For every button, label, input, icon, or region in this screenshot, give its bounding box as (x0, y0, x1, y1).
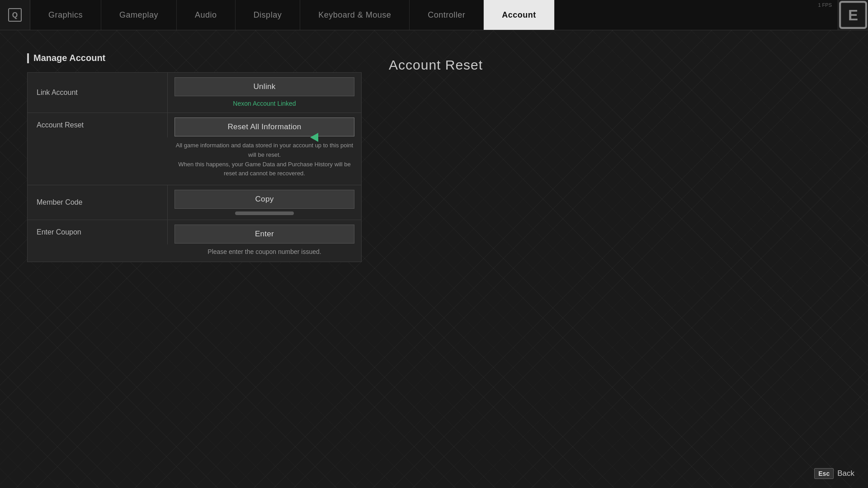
reset-warning-text: All game information and data stored in … (175, 139, 354, 180)
svg-text:E: E (848, 7, 858, 23)
enter-coupon-label: Enter Coupon (28, 220, 168, 244)
main-content: Manage Account Link Account Unlink Nexon… (0, 30, 868, 285)
fps-counter: 1 FPS (818, 2, 832, 8)
copy-button[interactable]: Copy (175, 190, 354, 209)
member-code-content: Copy (168, 185, 361, 220)
enter-coupon-content: Enter Please enter the coupon number iss… (168, 220, 361, 262)
tab-account[interactable]: Account (484, 0, 555, 30)
link-account-label: Link Account (28, 73, 168, 113)
tab-audio[interactable]: Audio (177, 0, 236, 30)
left-panel: Manage Account Link Account Unlink Nexon… (27, 53, 362, 262)
unlink-button[interactable]: Unlink (175, 77, 354, 96)
back-label: Back (837, 469, 854, 478)
enter-coupon-button[interactable]: Enter (175, 225, 354, 244)
nav-bar: Q Graphics Gameplay Audio Display Keyboa… (0, 0, 868, 30)
esc-key-badge: Esc (814, 468, 834, 479)
member-code-bar (235, 211, 294, 215)
tab-gameplay[interactable]: Gameplay (101, 0, 177, 30)
coupon-info-text: Please enter the coupon number issued. (175, 246, 354, 257)
q-icon[interactable]: Q (0, 0, 30, 30)
member-code-row: Member Code Copy (27, 185, 362, 220)
reset-all-information-button[interactable]: Reset All Information (175, 117, 354, 136)
back-button[interactable]: Esc Back (814, 468, 854, 479)
tab-keyboard-mouse[interactable]: Keyboard & Mouse (300, 0, 410, 30)
svg-text:Q: Q (12, 11, 18, 19)
e-icon[interactable]: E (838, 0, 868, 30)
account-reset-label: Account Reset (28, 113, 168, 137)
tab-controller[interactable]: Controller (410, 0, 484, 30)
nexon-linked-status: Nexon Account Linked (175, 99, 354, 108)
account-reset-row: Account Reset Reset All Information All … (27, 113, 362, 185)
enter-coupon-row: Enter Coupon Enter Please enter the coup… (27, 220, 362, 262)
section-title: Manage Account (27, 53, 362, 63)
account-reset-content: Reset All Information All game informati… (168, 113, 361, 185)
member-code-label: Member Code (28, 185, 168, 220)
tab-graphics[interactable]: Graphics (30, 0, 101, 30)
tab-display[interactable]: Display (236, 0, 301, 30)
account-reset-title: Account Reset (389, 57, 841, 73)
right-panel: Account Reset (389, 53, 841, 262)
link-account-content: Unlink Nexon Account Linked (168, 73, 361, 113)
section-title-bar (27, 53, 29, 63)
link-account-row: Link Account Unlink Nexon Account Linked (27, 72, 362, 113)
